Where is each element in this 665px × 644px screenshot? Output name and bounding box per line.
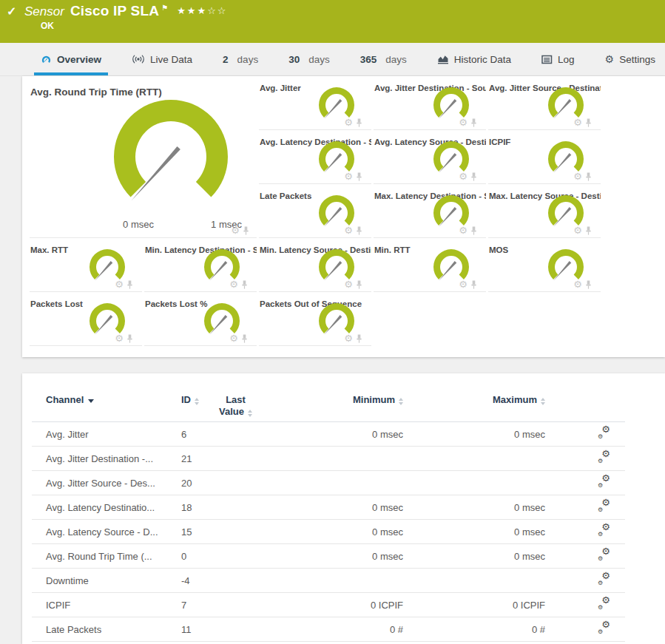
gear-icon[interactable]: ⚙ [115, 333, 124, 343]
pin-icon[interactable] [585, 118, 592, 127]
gear-icon[interactable]: ⚙ [459, 226, 467, 235]
main-gauge [101, 90, 241, 216]
pin-icon[interactable] [126, 280, 133, 289]
channel-settings-gears-icon[interactable]: ⚙⚙ [598, 524, 610, 537]
gear-icon[interactable]: ⚙ [229, 279, 238, 289]
channel-settings-gears-icon[interactable]: ⚙⚙ [598, 573, 610, 586]
column-header-maximum[interactable]: Maximum [493, 394, 545, 406]
pin-icon[interactable] [126, 334, 133, 343]
gear-icon[interactable]: ⚙ [344, 226, 353, 235]
gauge-cell: Avg. Latency Destination - So... ⚙ [259, 135, 371, 184]
channel-settings-gears-icon[interactable]: ⚙⚙ [598, 475, 610, 488]
channel-id: 21 [171, 453, 204, 464]
channel-minimum: 0 msec [267, 429, 403, 440]
column-header-channel[interactable]: Channel [46, 394, 94, 406]
channel-minimum: 0 msec [267, 502, 403, 513]
channel-table-panel: Channel ID Last Value Minimum [22, 373, 665, 644]
channel-name: Avg. Round Trip Time (... [32, 551, 171, 562]
tab-2-days[interactable]: 2 days [216, 43, 265, 75]
table-row: Avg. Jitter Destination -... 21 ⚙⚙ [32, 447, 625, 471]
area-chart-icon [437, 54, 449, 64]
tab-settings[interactable]: ⚙ Settings [598, 43, 662, 75]
gear-icon[interactable]: ⚙ [344, 279, 353, 289]
table-row: Late Packets 11 0 # 0 # ⚙⚙ [32, 617, 625, 642]
sort-icon [541, 398, 545, 405]
column-header-id[interactable]: ID [181, 394, 199, 406]
star-rating[interactable]: ★★★☆☆ [177, 5, 227, 16]
gear-icon[interactable]: ⚙ [229, 333, 238, 343]
gear-icon[interactable]: ⚙ [344, 333, 353, 343]
main-gauge-cell: Avg. Round Trip Time (RTT) 0 msec 1 msec… [30, 81, 257, 238]
channel-settings-gears-icon[interactable]: ⚙⚙ [598, 500, 610, 512]
gauge-min-label: 0 msec [123, 219, 154, 230]
star-filled-icon[interactable]: ★ [197, 5, 207, 16]
gear-icon[interactable]: ⚙ [573, 279, 582, 289]
channel-maximum: 0 msec [403, 502, 545, 513]
channel-maximum: 0 ICPIF [403, 600, 545, 611]
gauge-cell: Max. RTT ⚙ [30, 243, 142, 292]
column-header-minimum[interactable]: Minimum [353, 394, 403, 406]
pin-icon[interactable] [356, 118, 362, 127]
gear-icon[interactable]: ⚙ [573, 172, 582, 181]
tab-overview[interactable]: Overview [34, 43, 108, 75]
channel-settings-gears-icon[interactable]: ⚙⚙ [598, 451, 610, 464]
pin-icon[interactable] [470, 280, 477, 289]
star-filled-icon[interactable]: ★ [177, 5, 187, 16]
tab-365-days[interactable]: 365 days [354, 43, 413, 75]
pin-icon[interactable] [585, 280, 592, 289]
channel-name: ICPIF [32, 600, 171, 611]
channel-minimum: 0 ICPIF [267, 600, 403, 611]
pin-icon[interactable] [356, 280, 362, 289]
gear-icon[interactable]: ⚙ [573, 118, 582, 127]
channel-settings-gears-icon[interactable]: ⚙⚙ [598, 597, 610, 610]
pin-icon[interactable] [585, 172, 592, 181]
pin-icon[interactable] [241, 280, 248, 289]
gauge-cell: Max. Latency Destination - So... ⚙ [374, 189, 486, 238]
tab-30-days[interactable]: 30 days [282, 43, 337, 75]
broadcast-icon [132, 54, 145, 64]
tab-log[interactable]: Log [535, 43, 581, 75]
gear-icon[interactable]: ⚙ [459, 118, 467, 127]
gauge-cell: Late Packets ⚙ [259, 189, 371, 238]
pin-icon[interactable] [356, 334, 362, 343]
pin-icon[interactable] [470, 226, 477, 235]
gear-icon[interactable]: ⚙ [231, 226, 240, 235]
table-row: ICPIF 7 0 ICPIF 0 ICPIF ⚙⚙ [32, 593, 625, 617]
tab-live-data[interactable]: Live Data [125, 43, 199, 75]
star-empty-icon[interactable]: ☆ [217, 5, 228, 16]
chevron-down-icon [88, 399, 94, 403]
channel-id: 0 [171, 551, 204, 562]
gear-icon[interactable]: ⚙ [573, 226, 582, 235]
pin-icon[interactable] [585, 226, 592, 235]
flag-icon[interactable]: ⚑ [161, 4, 168, 12]
pin-icon[interactable] [470, 118, 477, 127]
star-filled-icon[interactable]: ★ [187, 5, 198, 16]
channel-name: Avg. Jitter [32, 429, 171, 440]
gear-icon[interactable]: ⚙ [459, 172, 467, 181]
channel-settings-gears-icon[interactable]: ⚙⚙ [598, 549, 610, 561]
channel-id: 6 [171, 429, 204, 440]
pin-icon[interactable] [356, 226, 362, 235]
channel-settings-gears-icon[interactable]: ⚙⚙ [598, 427, 610, 439]
column-header-last-value[interactable]: Last Value [219, 394, 252, 418]
pin-icon[interactable] [241, 334, 248, 343]
gauge-cell: Min. Latency Source - Destina... ⚙ [259, 243, 371, 292]
status-badge: OK [41, 21, 54, 31]
log-list-icon [541, 55, 553, 64]
tab-historic-data[interactable]: Historic Data [431, 43, 518, 75]
star-empty-icon[interactable]: ☆ [207, 5, 217, 16]
gear-icon[interactable]: ⚙ [115, 279, 124, 289]
channel-name: Avg. Latency Destinatio... [32, 502, 171, 513]
pin-icon[interactable] [470, 172, 477, 181]
gauge-cell: Packets Out of Sequence ⚙ [259, 297, 371, 346]
gauge-cell: Avg. Jitter Destination - Source ⚙ [374, 81, 486, 130]
gauge-cell: Max. Latency Source - Destin... ⚙ [488, 189, 601, 238]
pin-icon[interactable] [356, 172, 362, 181]
channel-settings-gears-icon[interactable]: ⚙⚙ [598, 622, 610, 634]
table-row: Avg. Latency Source - D... 15 0 msec 0 m… [32, 520, 625, 544]
pin-icon[interactable] [243, 226, 249, 235]
channel-maximum: 0 msec [403, 429, 545, 440]
gear-icon[interactable]: ⚙ [344, 172, 353, 181]
gear-icon[interactable]: ⚙ [459, 279, 467, 289]
gear-icon[interactable]: ⚙ [344, 118, 353, 127]
